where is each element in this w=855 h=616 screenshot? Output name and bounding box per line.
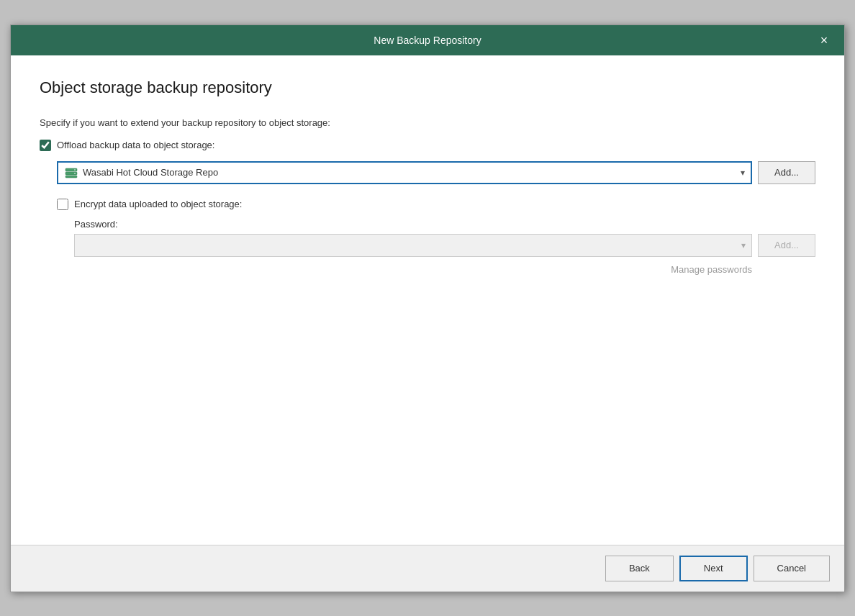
offload-checkbox-row: Offload backup data to object storage: bbox=[40, 140, 815, 151]
title-bar: New Backup Repository × bbox=[11, 25, 844, 55]
add-repo-button[interactable]: Add... bbox=[758, 161, 815, 184]
password-label: Password: bbox=[74, 219, 815, 230]
manage-passwords-link[interactable]: Manage passwords bbox=[671, 264, 752, 275]
encrypt-label: Encrypt data uploaded to object storage: bbox=[74, 199, 242, 209]
svg-point-3 bbox=[74, 169, 76, 171]
storage-repo-value: Wasabi Hot Cloud Storage Repo bbox=[83, 167, 741, 178]
storage-repo-dropdown[interactable]: Wasabi Hot Cloud Storage Repo ▾ bbox=[57, 161, 752, 184]
svg-rect-2 bbox=[65, 176, 77, 178]
close-icon: × bbox=[820, 34, 828, 47]
description-text: Specify if you want to extend your backu… bbox=[40, 117, 815, 128]
storage-dropdown-arrow-icon: ▾ bbox=[741, 168, 745, 178]
close-button[interactable]: × bbox=[815, 32, 833, 49]
storage-repo-row: Wasabi Hot Cloud Storage Repo ▾ Add... bbox=[57, 161, 815, 184]
page-title: Object storage backup repository bbox=[40, 78, 815, 97]
back-button[interactable]: Back bbox=[605, 556, 674, 581]
svg-point-4 bbox=[74, 173, 76, 174]
encrypt-checkbox[interactable] bbox=[57, 199, 68, 210]
add-password-button: Add... bbox=[758, 234, 815, 257]
next-button[interactable]: Next bbox=[679, 556, 748, 581]
offload-label: Offload backup data to object storage: bbox=[57, 140, 214, 150]
password-dropdown-arrow-icon: ▾ bbox=[741, 240, 746, 250]
cancel-button[interactable]: Cancel bbox=[754, 556, 830, 581]
password-row: ▾ Add... bbox=[74, 234, 815, 257]
password-section: Password: ▾ Add... Manage passwords bbox=[74, 219, 815, 275]
encrypt-checkbox-row: Encrypt data uploaded to object storage: bbox=[57, 199, 815, 210]
dialog-content: Object storage backup repository Specify… bbox=[11, 55, 844, 545]
dialog-title: New Backup Repository bbox=[40, 35, 815, 46]
password-dropdown[interactable]: ▾ bbox=[74, 234, 752, 257]
new-backup-repository-dialog: New Backup Repository × Object storage b… bbox=[10, 24, 845, 592]
storage-icon bbox=[64, 166, 78, 180]
offload-checkbox[interactable] bbox=[40, 140, 51, 151]
manage-passwords-link-row: Manage passwords bbox=[74, 264, 752, 275]
dialog-footer: Back Next Cancel bbox=[11, 545, 844, 592]
